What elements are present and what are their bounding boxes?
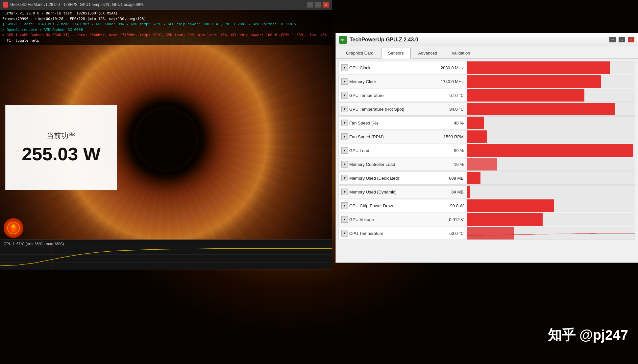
tab-validation[interactable]: Validation (445, 48, 477, 58)
gpu-load-dropdown[interactable]: ▼ (341, 147, 348, 154)
fan-rpm-dropdown[interactable]: ▼ (341, 133, 348, 140)
sensor-name-fan-rpm: ▼ Fan Speed (RPM) (339, 133, 431, 140)
power-value: 255.03 W (22, 143, 101, 165)
sensor-value-cpu-temp: 53.0 °C (431, 231, 467, 236)
furmark-logo-circle (4, 218, 23, 238)
log-line-5: > GPU 1 (AMD Radeon RX 6600 XT) - core: … (2, 33, 330, 38)
sensor-bar-memory-clock (467, 75, 635, 88)
sensor-bar-fill-mem-dyn (467, 186, 470, 198)
power-label: 当前功率 (47, 131, 76, 141)
sensor-name-mem-ded: ▼ Memory Used (Dedicated) (339, 175, 431, 181)
sensor-name-gpu-power: ▼ GPU Chip Power Draw (339, 202, 431, 209)
titlebar-left: Geeks3D FurMark v1.29.0.0 - 128FPS, GPU1… (3, 2, 144, 8)
gpuz-titlebar: GPU TechPowerUp GPU-Z 2.43.0 ─ □ ✕ (336, 33, 638, 46)
log-line-1: FurMark v1.29.0.0 - Burn-in test, 1920x1… (2, 11, 330, 16)
close-button[interactable]: ✕ (323, 2, 329, 8)
sensor-value-gpu-temp: 67.0 °C (431, 93, 467, 98)
sensor-value-mem-dyn: 84 MB (431, 190, 467, 194)
sensor-bar-gpu-clock (467, 61, 635, 74)
sensor-bar-fill-gpu-power (467, 199, 554, 212)
gpu-clock-dropdown[interactable]: ▼ (341, 64, 348, 71)
sensor-bar-fill-gpu-temp (467, 89, 584, 102)
minimize-button[interactable]: ─ (307, 2, 313, 8)
sensor-bar-gpu-voltage (467, 213, 635, 226)
gpuz-close-button[interactable]: ✕ (628, 37, 634, 42)
sensor-value-fan-rpm: 1593 RPM (431, 134, 467, 139)
gpuz-sensors-content: ▼ GPU Clock 2030.0 MHz ▼ Memory Clock 17… (336, 58, 638, 261)
svg-point-3 (12, 224, 15, 228)
furmark-log: FurMark v1.29.0.0 - Burn-in test, 1920x1… (0, 10, 332, 45)
sensor-bar-gpu-hotspot (467, 103, 635, 115)
sensor-name-fan-pct: ▼ Fan Speed (%) (339, 120, 431, 126)
log-line-3: { GPU-Z : core: 2040 MHz - mem: 1740 MHz… (2, 22, 330, 27)
sensor-bar-fill-gpu-load (467, 144, 633, 157)
sensor-bar-fill-gpu-voltage (467, 213, 543, 226)
log-line-4: > OpenGL renderer: AMD Radeon RX 6600 (2, 27, 330, 33)
gpuz-minimize-button[interactable]: ─ (609, 37, 616, 42)
sensor-bar-fan-rpm (467, 130, 635, 143)
gpuz-title: TechPowerUp GPU-Z 2.43.0 (350, 37, 418, 43)
sensor-bar-cpu-temp (467, 227, 635, 239)
sensor-bar-mem-ctrl (467, 158, 635, 171)
sensor-row-fan-rpm: ▼ Fan Speed (RPM) 1593 RPM (338, 130, 635, 143)
gpuz-logo: GPU (339, 36, 347, 44)
sensor-name-gpu-hotspot: ▼ GPU Temperature (Hot Spot) (339, 106, 431, 112)
window-controls: ─ □ ✕ (307, 2, 329, 8)
sensor-row-gpu-voltage: ▼ GPU Voltage 0.912 V (338, 213, 635, 226)
log-line-2: Frames:79996 - time:00:10:26 - FPS:128 (… (2, 16, 330, 22)
sensor-row-cpu-temp: ▼ CPU Temperature 53.0 °C (338, 227, 635, 240)
sensor-bar-fan-pct (467, 117, 635, 129)
furmark-content: FurMark v1.29.0.0 - Burn-in test, 1920x1… (0, 10, 332, 269)
mem-ded-dropdown[interactable]: ▼ (341, 175, 348, 181)
sensor-row-memory-clock: ▼ Memory Clock 1740.0 MHz (338, 75, 635, 88)
sensor-value-fan-pct: 48 % (431, 121, 467, 125)
maximize-button[interactable]: □ (315, 2, 321, 8)
sensor-name-gpu-load: ▼ GPU Load (339, 147, 431, 154)
sensor-row-mem-ctrl: ▼ Memory Controller Load 19 % (338, 158, 635, 171)
tab-advanced[interactable]: Advanced (411, 48, 444, 58)
furmark-logo (4, 218, 23, 238)
sensor-name-memory-clock: ▼ Memory Clock (339, 78, 431, 85)
gpu-voltage-dropdown[interactable]: ▼ (341, 216, 348, 223)
sensor-value-gpu-load: 99 % (431, 148, 467, 153)
sensor-bar-fill-mem-ctrl (467, 158, 497, 171)
sensor-value-mem-ctrl: 19 % (431, 162, 467, 167)
gpu-hotspot-dropdown[interactable]: ▼ (341, 106, 348, 112)
sensor-bar-fill-fan-pct (467, 117, 484, 129)
mem-dyn-dropdown[interactable]: ▼ (341, 189, 348, 195)
furmark-window: Geeks3D FurMark v1.29.0.0 - 128FPS, GPU1… (0, 0, 332, 269)
fan-pct-dropdown[interactable]: ▼ (341, 120, 348, 126)
gpuz-panel: GPU TechPowerUp GPU-Z 2.43.0 ─ □ ✕ Graph… (335, 33, 638, 263)
sensor-name-mem-dyn: ▼ Memory Used (Dynamic) (339, 189, 431, 195)
sensor-row-gpu-power: ▼ GPU Chip Power Draw 99.0 W (338, 199, 635, 212)
power-overlay: 当前功率 255.03 W (5, 105, 117, 190)
sensor-value-gpu-power: 99.0 W (431, 203, 467, 208)
cpu-temp-dropdown[interactable]: ▼ (341, 230, 348, 237)
sensor-row-fan-pct: ▼ Fan Speed (%) 48 % (338, 116, 635, 129)
memory-clock-dropdown[interactable]: ▼ (341, 78, 348, 85)
sensor-bar-fill-mem-ded (467, 172, 480, 184)
tab-graphics-card[interactable]: Graphics Card (339, 48, 380, 58)
sensor-name-cpu-temp: ▼ CPU Temperature (339, 230, 431, 237)
sensor-row-mem-dyn: ▼ Memory Used (Dynamic) 84 MB (338, 185, 635, 198)
log-line-6: - F1: toggle help (2, 38, 330, 44)
svg-text:GPU: GPU (340, 39, 345, 41)
sensor-name-gpu-voltage: ▼ GPU Voltage (339, 216, 431, 223)
sensor-bar-fill-fan-rpm (467, 130, 487, 143)
furmark-titlebar: Geeks3D FurMark v1.29.0.0 - 128FPS, GPU1… (0, 0, 332, 10)
zhihu-watermark: 知乎 @pj247 (548, 326, 628, 344)
gpu-temp-dropdown[interactable]: ▼ (341, 92, 348, 99)
gpuz-maximize-button[interactable]: □ (619, 37, 625, 42)
sensor-value-memory-clock: 1740.0 MHz (431, 79, 467, 84)
sensor-bar-mem-ded (467, 172, 635, 184)
tab-sensors[interactable]: Sensors (381, 48, 411, 58)
sensor-row-gpu-load: ▼ GPU Load 99 % (338, 144, 635, 157)
mem-ctrl-dropdown[interactable]: ▼ (341, 161, 348, 168)
gpu-power-dropdown[interactable]: ▼ (341, 202, 348, 209)
sensor-row-gpu-hotspot: ▼ GPU Temperature (Hot Spot) 84.0 °C (338, 102, 635, 116)
gpuz-tabs: Graphics Card Sensors Advanced Validatio… (336, 46, 638, 58)
sensor-bar-mem-dyn (467, 186, 635, 198)
temp-chart: GPU 1: 67°C (min: 38°C - max: 68°C) (0, 239, 332, 269)
sensor-name-gpu-temp: ▼ GPU Temperature (339, 92, 431, 99)
sensor-bar-gpu-load (467, 144, 635, 157)
